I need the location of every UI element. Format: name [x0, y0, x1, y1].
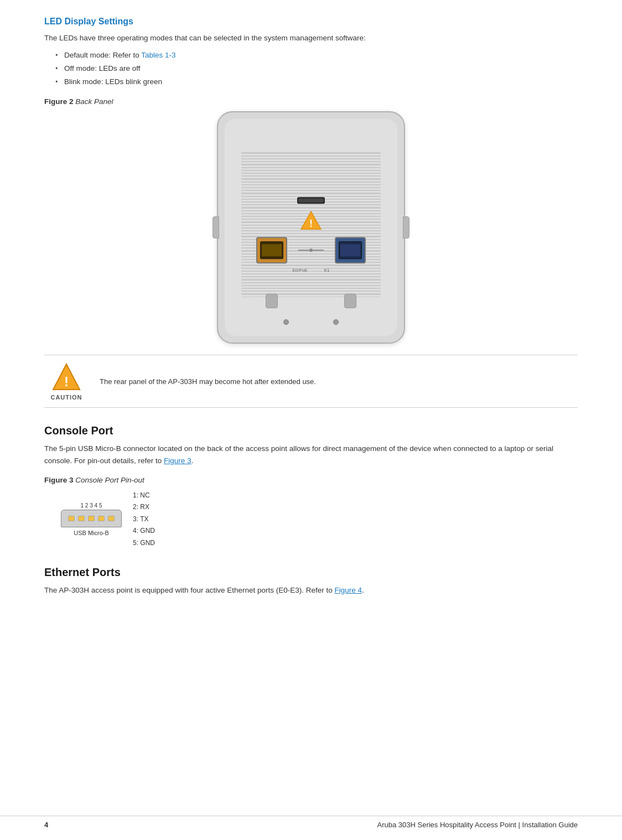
pin-4-label: 4: GND — [133, 525, 155, 537]
device-inner: ! — [225, 119, 397, 336]
footer-title: Aruba 303H Series Hospitality Access Poi… — [377, 821, 578, 829]
page-footer: 4 Aruba 303H Series Hospitality Access P… — [0, 816, 622, 829]
figure2-label: Figure 2 Back Panel — [44, 97, 578, 106]
led-intro-text: The LEDs have three operating modes that… — [44, 32, 578, 44]
usb-diagram: 1 2 3 4 5 USB Micro-B 1: NC 2: RX 3: TX … — [61, 490, 578, 549]
mount-tabs — [266, 294, 356, 308]
svg-text:!: ! — [309, 219, 313, 230]
pin-2-label: 2: RX — [133, 501, 155, 514]
ethernet-ports-row — [256, 237, 366, 264]
figure3-label: Figure 3 Console Port Pin-out — [44, 476, 578, 484]
usb-pin-3 — [88, 516, 95, 521]
tables-link[interactable]: Tables 1-3 — [141, 51, 175, 59]
console-port-slot — [297, 198, 325, 204]
usb-body — [61, 510, 122, 527]
page-number: 4 — [44, 821, 48, 829]
ethernet-title: Ethernet Ports — [44, 566, 578, 579]
mode-default-text: Default mode: Refer to — [64, 51, 141, 59]
led-section-title: LED Display Settings — [44, 17, 578, 27]
ethernet-body: The AP-303H access point is equipped wit… — [44, 584, 578, 597]
side-tab-right — [403, 216, 410, 238]
right-port-group — [335, 237, 366, 264]
pin-1-label: 1: NC — [133, 490, 155, 502]
eth-port-socket-blue — [339, 242, 362, 260]
port-center-area: ! — [256, 198, 366, 273]
figure4-link[interactable]: Figure 4 — [335, 586, 362, 594]
led-modes-list: Default mode: Refer to Tables 1-3 Off mo… — [55, 49, 578, 89]
eth-port-socket — [260, 242, 283, 260]
svg-text:!: ! — [64, 374, 69, 389]
list-item: Blink mode: LEDs blink green — [55, 75, 578, 89]
side-tab-left — [212, 216, 219, 238]
port-labels: E0/PoE E1 — [293, 268, 330, 273]
mount-tab-left — [266, 294, 278, 308]
device-back-panel: ! — [217, 111, 405, 344]
usb-connector-image: 1 2 3 4 5 USB Micro-B — [61, 502, 122, 536]
console-port-body: The 5-pin USB Micro-B connector located … — [44, 443, 578, 466]
usb-pin-4 — [98, 516, 105, 521]
eth-port-inner — [262, 245, 282, 257]
figure3-link[interactable]: Figure 3 — [164, 457, 191, 465]
caution-icon: ! — [51, 362, 82, 393]
mode-blink-text: Blink mode: LEDs blink green — [64, 77, 162, 86]
port-connector-line — [298, 237, 324, 264]
eth-port-blue — [335, 237, 366, 264]
usb-label: USB Micro-B — [74, 530, 109, 536]
caution-text: The rear panel of the AP-303H may become… — [100, 376, 316, 387]
mode-off-text: Off mode: LEDs are off — [64, 64, 141, 72]
list-item: Off mode: LEDs are off — [55, 62, 578, 75]
left-port-group — [256, 237, 287, 264]
bottom-dots — [283, 319, 339, 325]
usb-pin-5 — [108, 516, 115, 521]
usb-pin-numbers: 1 2 3 4 5 — [81, 502, 102, 509]
caution-icon-wrap: ! CAUTION — [44, 362, 89, 401]
eth-port-orange — [256, 237, 287, 264]
usb-pin-2 — [78, 516, 85, 521]
pin-3-label: 3: TX — [133, 514, 155, 526]
usb-pinout-list: 1: NC 2: RX 3: TX 4: GND 5: GND — [133, 490, 155, 549]
eth-port-inner-blue — [340, 245, 360, 257]
caution-label: CAUTION — [50, 394, 82, 401]
usb-pins — [68, 516, 115, 521]
caution-box: ! CAUTION The rear panel of the AP-303H … — [44, 355, 578, 408]
figure2-image: ! — [44, 111, 578, 344]
console-port-title: Console Port — [44, 424, 578, 437]
mount-tab-right — [344, 294, 356, 308]
list-item: Default mode: Refer to Tables 1-3 — [55, 49, 578, 62]
pin-5-label: 5: GND — [133, 537, 155, 549]
usb-pin-1 — [68, 516, 75, 521]
bottom-dot-left — [283, 319, 289, 325]
warning-triangle: ! — [300, 211, 322, 231]
bottom-dot-right — [333, 319, 339, 325]
